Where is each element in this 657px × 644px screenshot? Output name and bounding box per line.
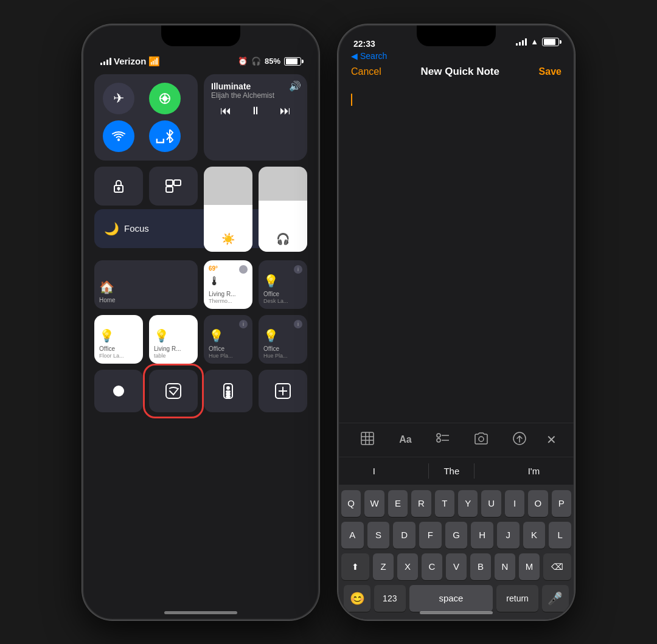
add-widget-button[interactable] [259,370,307,412]
markup-icon[interactable] [508,429,531,451]
camera-icon[interactable] [470,430,493,450]
svg-point-4 [117,139,120,141]
home-indicator [164,611,237,614]
carrier-label: Verizon [114,56,146,66]
key-y[interactable]: Y [458,490,478,517]
return-key[interactable]: return [496,585,538,612]
alarm-icon: ⏰ [238,57,248,66]
time-label: 22:33 [353,35,375,49]
brightness-slider[interactable]: ☀️ [204,167,252,252]
prev-track-button[interactable]: ⏮ [220,105,231,117]
autocomplete-i[interactable]: I [358,463,390,479]
key-q[interactable]: Q [341,490,361,517]
close-toolbar-button[interactable]: ✕ [546,432,557,447]
notes-status-right: ▲ [516,37,559,46]
moon-icon: 🌙 [104,221,119,236]
key-n[interactable]: N [495,553,515,580]
key-x[interactable]: X [397,553,418,580]
cancel-button[interactable]: Cancel [351,66,381,77]
wifi-button[interactable] [103,120,134,152]
key-l[interactable]: L [549,522,571,549]
text-format-icon[interactable]: Aa [394,432,416,448]
emoji-key[interactable]: 😊 [344,585,370,612]
quick-note-button[interactable] [149,370,198,412]
key-d[interactable]: D [393,522,415,549]
key-w[interactable]: W [364,490,384,517]
delete-key[interactable]: ⌫ [543,553,571,580]
screen-mirror-button[interactable] [149,167,198,206]
remote-button[interactable] [204,370,252,412]
key-a[interactable]: A [341,522,364,549]
bluetooth-button[interactable]: ␣ [149,120,181,152]
save-button[interactable]: Save [539,66,561,77]
space-key[interactable]: space [409,585,493,612]
living-room-table-button[interactable]: 💡 Living R... table [149,315,198,364]
airplane-mode-button[interactable]: ✈ [103,83,134,114]
hue-pla-2-button[interactable]: i 💡 Office Hue Pla... [259,315,307,364]
keyboard-row-4: 😊 123 space return 🎤 [341,585,571,612]
svg-point-6 [118,187,120,189]
key-g[interactable]: G [445,522,468,549]
floor-lamp-icon: 💡 [99,328,114,343]
key-u[interactable]: U [481,490,501,517]
shift-key[interactable]: ⬆ [341,553,369,580]
hue-pla-1-button[interactable]: i 💡 Office Hue Pla... [204,315,252,364]
autocomplete-the[interactable]: The [428,463,474,479]
autocomplete-bar: I The I'm [339,457,574,485]
back-nav[interactable]: ◀ Search [339,49,574,61]
cellular-button[interactable] [149,83,181,114]
volume-slider[interactable]: 🎧 [259,167,307,252]
key-e[interactable]: E [388,490,408,517]
key-h[interactable]: H [471,522,493,549]
home-button[interactable]: 🏠 Home [94,260,198,309]
key-p[interactable]: P [552,490,571,517]
hue-icon-2: 💡 [263,328,279,343]
next-track-button[interactable]: ⏭ [280,105,291,117]
svg-point-24 [437,434,440,437]
key-s[interactable]: S [367,522,390,549]
numbers-key[interactable]: 123 [374,585,406,612]
home-indicator [420,611,493,614]
table-icon[interactable] [356,429,379,451]
status-left: Verizon 📶 [100,56,160,67]
note-content-area[interactable] [339,84,574,423]
checklist-icon[interactable] [431,429,454,451]
thermostat-button[interactable]: 69° i 🌡 Living R... Thermo... [204,260,252,309]
pause-button[interactable]: ⏸ [250,105,261,117]
key-f[interactable]: F [419,522,442,549]
key-j[interactable]: J [497,522,520,549]
mic-key[interactable]: 🎤 [542,585,569,612]
screen-record-button[interactable] [94,370,143,412]
key-b[interactable]: B [470,553,491,580]
key-m[interactable]: M [519,553,540,580]
screen-lock-button[interactable] [94,167,143,206]
page-title: New Quick Note [421,66,499,78]
home-icon: 🏠 [99,280,114,294]
wifi-icon: 📶 [148,56,160,67]
thermostat-icon: 🌡 [209,274,221,288]
signal-icon [100,58,111,65]
key-k[interactable]: K [523,522,546,549]
wifi-icon: ▲ [530,37,538,46]
key-c[interactable]: C [422,553,442,580]
key-v[interactable]: V [446,553,467,580]
info-icon: i [294,320,302,328]
key-t[interactable]: T [435,490,454,517]
floor-lamp-button[interactable]: 💡 Office Floor La... [94,315,143,364]
desk-lamp-button[interactable]: i 💡 Office Desk La... [259,260,307,309]
music-player-block[interactable]: 🔊 Illuminate Elijah the Alchemist ⏮ ⏸ ⏭ [204,74,307,161]
key-r[interactable]: R [411,490,431,517]
key-i[interactable]: I [505,490,524,517]
key-z[interactable]: Z [373,553,394,580]
battery-icon [542,38,559,46]
battery-percent: 85% [265,57,280,66]
key-o[interactable]: O [528,490,548,517]
svg-point-12 [227,387,229,389]
autocomplete-im[interactable]: I'm [513,463,555,479]
info-icon: i [294,265,302,274]
svg-rect-7 [166,180,173,185]
connectivity-block: ✈ [94,74,198,161]
notch [417,26,496,46]
back-label[interactable]: Search [360,51,387,61]
svg-rect-19 [361,432,374,445]
